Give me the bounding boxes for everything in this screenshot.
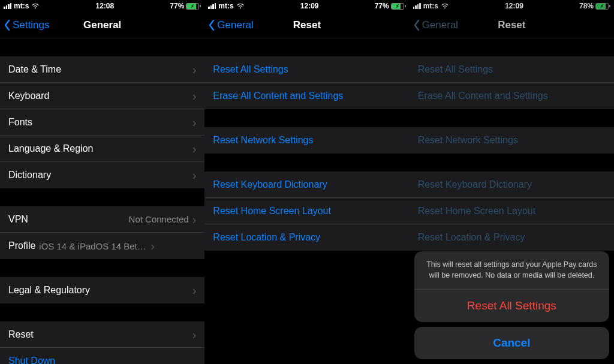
cell-reset-all-settings: Reset All Settings bbox=[410, 56, 614, 83]
cell-reset-all-settings[interactable]: Reset All Settings bbox=[204, 56, 409, 83]
cell-keyboard[interactable]: Keyboard› bbox=[0, 83, 204, 109]
chevron-right-icon: › bbox=[192, 143, 197, 155]
carrier-label: mt:s bbox=[218, 2, 233, 10]
cell-label: Reset Home Screen Layout bbox=[213, 206, 401, 216]
cell-label: Keyboard bbox=[8, 91, 192, 101]
back-label: General bbox=[217, 19, 253, 31]
action-sheet: This will reset all settings and your Ap… bbox=[414, 251, 609, 359]
wifi-icon bbox=[441, 3, 449, 9]
clock-label: 12:08 bbox=[95, 2, 114, 10]
cell-label: Dictionary bbox=[8, 170, 192, 181]
chevron-right-icon: › bbox=[192, 116, 197, 128]
sheet-reset-all-settings-button[interactable]: Reset All Settings bbox=[414, 290, 609, 322]
battery-pct-label: 77% bbox=[170, 2, 184, 10]
clock-label: 12:09 bbox=[505, 2, 523, 10]
cell-reset-location-privacy: Reset Location & Privacy bbox=[410, 224, 614, 251]
cell-vpn[interactable]: VPNNot Connected› bbox=[0, 206, 204, 233]
battery-icon: ⚡︎ bbox=[391, 3, 406, 10]
nav-bar: General Reset bbox=[410, 12, 614, 38]
back-button[interactable]: General bbox=[204, 19, 253, 31]
cell-language-region[interactable]: Language & Region› bbox=[0, 136, 204, 162]
cell-label: Fonts bbox=[8, 117, 192, 128]
signal-icon bbox=[208, 3, 216, 9]
chevron-left-icon bbox=[413, 19, 420, 31]
screen-reset-confirm: mt:s 12:09 78% ⚡︎ General Reset Reset Al… bbox=[410, 0, 614, 364]
chevron-right-icon: › bbox=[192, 169, 197, 181]
battery-pct-label: 78% bbox=[579, 2, 594, 10]
cell-value: iOS 14 & iPadOS 14 Beta Softwar… bbox=[39, 241, 147, 251]
cell-label: Profile bbox=[8, 240, 35, 251]
cell-label: Date & Time bbox=[8, 64, 192, 75]
cell-fonts[interactable]: Fonts› bbox=[0, 109, 204, 136]
chevron-left-icon bbox=[4, 19, 11, 31]
status-bar: mt:s 12:09 78% ⚡︎ bbox=[410, 0, 614, 12]
cell-label: Reset All Settings bbox=[418, 64, 606, 75]
battery-pct-label: 77% bbox=[375, 2, 389, 10]
cell-label: Shut Down bbox=[8, 356, 196, 364]
cell-reset-home-screen[interactable]: Reset Home Screen Layout bbox=[204, 198, 409, 224]
cell-dictionary[interactable]: Dictionary› bbox=[0, 162, 204, 188]
nav-bar: Settings General bbox=[0, 12, 204, 38]
cell-label: Language & Region bbox=[8, 143, 192, 154]
chevron-right-icon: › bbox=[192, 64, 197, 76]
cell-label: Reset bbox=[8, 329, 192, 340]
cell-label: VPN bbox=[8, 214, 129, 225]
cell-reset-network: Reset Network Settings bbox=[410, 127, 614, 154]
sheet-message: This will reset all settings and your Ap… bbox=[414, 251, 609, 290]
carrier-label: mt:s bbox=[423, 2, 438, 10]
cell-reset-location-privacy[interactable]: Reset Location & Privacy bbox=[204, 224, 409, 251]
status-bar: mt:s 12:09 77% ⚡︎ bbox=[204, 0, 409, 12]
back-label: Settings bbox=[13, 19, 49, 31]
cell-reset-home-screen: Reset Home Screen Layout bbox=[410, 198, 614, 224]
back-button: General bbox=[410, 19, 458, 31]
wifi-icon bbox=[31, 3, 40, 9]
chevron-left-icon bbox=[208, 19, 215, 31]
cell-profile[interactable]: ProfileiOS 14 & iPadOS 14 Beta Softwar…› bbox=[0, 233, 204, 259]
sheet-button-label: Cancel bbox=[493, 336, 530, 350]
signal-icon bbox=[4, 3, 11, 9]
back-button[interactable]: Settings bbox=[0, 19, 49, 31]
cell-label: Reset Location & Privacy bbox=[213, 232, 401, 243]
chevron-right-icon: › bbox=[151, 240, 155, 252]
sheet-cancel-button[interactable]: Cancel bbox=[414, 327, 609, 359]
cell-reset-keyboard-dictionary[interactable]: Reset Keyboard Dictionary bbox=[204, 172, 409, 198]
signal-icon bbox=[413, 3, 421, 9]
cell-reset-keyboard-dictionary: Reset Keyboard Dictionary bbox=[410, 172, 614, 198]
cell-label: Reset Home Screen Layout bbox=[418, 206, 606, 216]
chevron-right-icon: › bbox=[192, 90, 197, 102]
back-label: General bbox=[422, 19, 458, 31]
chevron-right-icon: › bbox=[192, 284, 197, 296]
cell-label: Erase All Content and Settings bbox=[213, 91, 401, 101]
status-bar: mt:s 12:08 77% ⚡︎ bbox=[0, 0, 204, 12]
cell-label: Reset Keyboard Dictionary bbox=[213, 179, 401, 190]
cell-shut-down[interactable]: Shut Down bbox=[0, 348, 204, 364]
cell-label: Reset Location & Privacy bbox=[418, 232, 606, 243]
cell-value: Not Connected bbox=[129, 214, 189, 224]
clock-label: 12:09 bbox=[300, 2, 319, 10]
cell-label: Reset Keyboard Dictionary bbox=[418, 179, 606, 190]
cell-erase-all-content[interactable]: Erase All Content and Settings bbox=[204, 83, 409, 109]
sheet-button-label: Reset All Settings bbox=[467, 299, 556, 312]
cell-reset[interactable]: Reset› bbox=[0, 321, 204, 348]
cell-label: Reset Network Settings bbox=[213, 135, 401, 146]
carrier-label: mt:s bbox=[14, 2, 29, 10]
chevron-right-icon: › bbox=[192, 329, 197, 341]
screen-general: mt:s 12:08 77% ⚡︎ Settings General Date … bbox=[0, 0, 204, 364]
cell-label: Reset Network Settings bbox=[418, 135, 606, 146]
battery-icon: ⚡︎ bbox=[186, 3, 201, 10]
cell-reset-network[interactable]: Reset Network Settings bbox=[204, 127, 409, 154]
cell-erase-all-content: Erase All Content and Settings bbox=[410, 83, 614, 109]
battery-icon: ⚡︎ bbox=[595, 3, 610, 10]
cell-legal-regulatory[interactable]: Legal & Regulatory› bbox=[0, 277, 204, 303]
chevron-right-icon: › bbox=[192, 213, 197, 225]
cell-label: Erase All Content and Settings bbox=[418, 91, 606, 101]
cell-date-time[interactable]: Date & Time› bbox=[0, 56, 204, 83]
nav-bar: General Reset bbox=[204, 12, 409, 38]
cell-label: Reset All Settings bbox=[213, 64, 401, 75]
wifi-icon bbox=[236, 3, 245, 9]
cell-label: Legal & Regulatory bbox=[8, 285, 192, 296]
screen-reset: mt:s 12:09 77% ⚡︎ General Reset Reset Al… bbox=[204, 0, 409, 364]
